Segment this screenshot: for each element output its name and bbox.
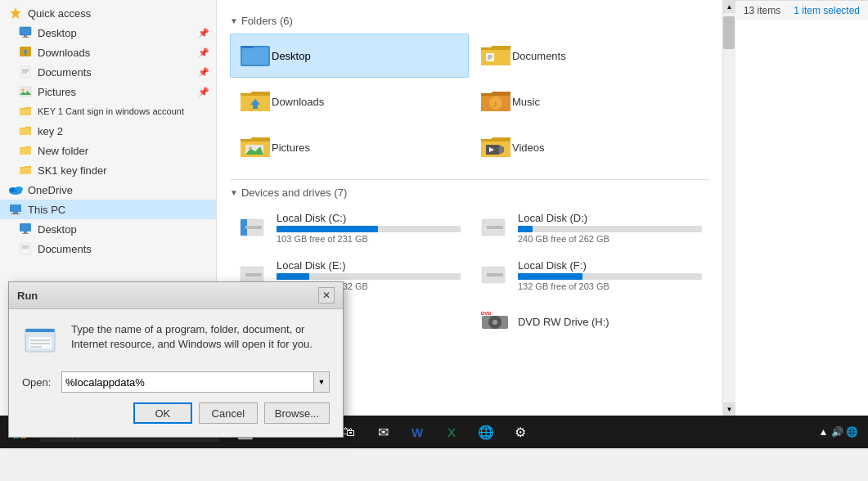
folder-name-music: Music	[512, 96, 540, 108]
folder-item-music[interactable]: ♪ Music	[470, 79, 709, 124]
run-cancel-button[interactable]: Cancel	[199, 402, 258, 424]
sidebar-item-key1[interactable]: KEY 1 Cant sign in windows account	[0, 101, 216, 121]
svg-rect-61	[25, 329, 55, 332]
items-count: 13 items	[744, 5, 780, 16]
folder-item-downloads[interactable]: Downloads	[230, 79, 469, 124]
scroll-up-btn[interactable]: ▲	[722, 0, 735, 13]
svg-point-15	[15, 187, 23, 191]
drive-bar-bg-d	[518, 226, 702, 232]
svg-point-54	[492, 320, 497, 325]
drive-item-c[interactable]: Local Disk (C:) 103 GB free of 231 GB	[230, 205, 468, 249]
drive-item-f[interactable]: Local Disk (F:) 132 GB free of 203 GB	[471, 253, 709, 297]
run-dropdown-button[interactable]: ▼	[313, 371, 330, 393]
pin-icon-4: 📌	[198, 87, 209, 97]
drive-space-f: 132 GB free of 203 GB	[518, 281, 702, 291]
pin-icon: 📌	[198, 28, 209, 38]
chrome-icon[interactable]: 🌐	[470, 416, 502, 448]
svg-rect-18	[11, 214, 20, 214]
svg-rect-20	[24, 232, 27, 233]
run-input[interactable]	[61, 371, 330, 393]
folder-yellow-icon	[18, 104, 33, 119]
desktop-folder-icon	[239, 39, 272, 72]
hdd-icon-d	[479, 211, 511, 244]
status-bar: 13 items 1 item selected	[735, 0, 868, 20]
settings-icon[interactable]: ⚙	[504, 416, 537, 448]
scroll-down-btn[interactable]: ▼	[722, 402, 735, 416]
sidebar-item-quick-access[interactable]: Quick access	[0, 3, 216, 23]
drive-bar-fill-c	[277, 226, 378, 232]
drive-bar-bg-e	[277, 273, 461, 280]
drive-info-f: Local Disk (F:) 132 GB free of 203 GB	[518, 259, 702, 291]
documents-icon-2	[18, 241, 33, 256]
sidebar-item-documents[interactable]: Documents 📌	[0, 62, 216, 82]
sidebar-item-pictures[interactable]: Pictures 📌	[0, 82, 216, 101]
svg-rect-47	[245, 273, 262, 276]
drive-info-h: DVD RW Drive (H:)	[518, 316, 702, 330]
music-folder-icon: ♪	[479, 85, 512, 118]
drive-bar-bg-f	[518, 273, 702, 280]
sidebar-item-newfolder[interactable]: New folder	[0, 141, 216, 160]
svg-rect-27	[241, 46, 254, 48]
svg-rect-17	[13, 212, 18, 214]
drive-name-c: Local Disk (C:)	[277, 212, 461, 224]
svg-rect-2	[24, 35, 27, 37]
folder-name-desktop: Desktop	[272, 50, 311, 62]
folder-name-pictures: Pictures	[272, 142, 310, 154]
run-dialog: Run ✕ Type the name of a program, folder…	[8, 281, 344, 438]
svg-rect-1	[20, 27, 31, 35]
word-icon[interactable]: W	[401, 416, 434, 448]
sidebar-item-onedrive[interactable]: OneDrive	[0, 180, 216, 200]
desktop-icon-2	[18, 222, 33, 236]
drives-section-header[interactable]: ▼ Devices and drives (7)	[230, 187, 709, 199]
pictures-icon	[18, 84, 33, 99]
drive-name-e: Local Disk (E:)	[277, 259, 461, 272]
sidebar-item-desktop[interactable]: Desktop 📌	[0, 23, 216, 43]
svg-rect-3	[22, 37, 29, 38]
run-close-button[interactable]: ✕	[318, 287, 335, 303]
svg-rect-6	[20, 66, 30, 78]
folder-name-videos: Videos	[512, 142, 545, 154]
tray-time: ▲ 🔊 🌐	[818, 426, 858, 438]
folder-item-desktop[interactable]: Desktop	[230, 34, 469, 78]
documents-folder-icon	[479, 39, 512, 72]
svg-text:♪: ♪	[492, 98, 497, 110]
folder-item-pictures[interactable]: Pictures	[230, 125, 469, 169]
run-buttons: OK Cancel Browse...	[22, 402, 330, 424]
svg-rect-45	[487, 226, 503, 229]
folder-item-videos[interactable]: Videos	[470, 125, 709, 169]
videos-folder-icon	[479, 131, 512, 164]
run-browse-button[interactable]: Browse...	[264, 402, 330, 424]
folders-section-header[interactable]: ▼ Folders (6)	[230, 15, 709, 27]
sidebar-item-downloads[interactable]: Downloads 📌	[0, 43, 216, 62]
drive-item-d[interactable]: Local Disk (D:) 240 GB free of 262 GB	[471, 205, 709, 249]
pin-icon-2: 📌	[198, 47, 209, 58]
folder-name-downloads: Downloads	[272, 96, 324, 108]
folder-item-documents[interactable]: Documents	[470, 34, 709, 78]
dvd-icon-h: DVD	[479, 306, 511, 339]
run-ok-button[interactable]: OK	[133, 402, 192, 424]
mail-icon[interactable]: ✉	[367, 416, 399, 448]
scrollbar[interactable]: ▲ ▼	[722, 0, 735, 416]
drive-item-h[interactable]: DVD DVD RW Drive (H:)	[471, 300, 709, 344]
svg-rect-10	[20, 87, 31, 97]
run-open-row: Open: ▼	[22, 371, 330, 393]
drive-bar-fill-e	[277, 273, 309, 280]
folders-label: Folders (6)	[241, 15, 293, 27]
svg-rect-26	[242, 47, 268, 65]
folder-yellow-icon-2	[18, 124, 33, 138]
run-titlebar: Run ✕	[9, 282, 343, 309]
selected-count: 1 item selected	[794, 5, 860, 16]
sidebar-item-desktop2[interactable]: Desktop	[0, 219, 216, 239]
drive-info-c: Local Disk (C:) 103 GB free of 231 GB	[277, 212, 461, 244]
desktop-icon	[18, 25, 33, 40]
sidebar-item-key2[interactable]: key 2	[0, 121, 216, 141]
sidebar-item-sk1[interactable]: SK1 key finder	[0, 160, 216, 180]
scroll-thumb[interactable]	[723, 16, 735, 49]
sidebar-item-documents2[interactable]: Documents	[0, 239, 216, 258]
run-info: Type the name of a program, folder, docu…	[22, 322, 330, 362]
svg-marker-0	[10, 7, 21, 19]
excel-icon[interactable]: X	[435, 416, 468, 448]
sidebar-item-thispc[interactable]: This PC	[0, 200, 216, 219]
svg-rect-49	[487, 273, 503, 276]
folders-chevron: ▼	[230, 16, 238, 25]
